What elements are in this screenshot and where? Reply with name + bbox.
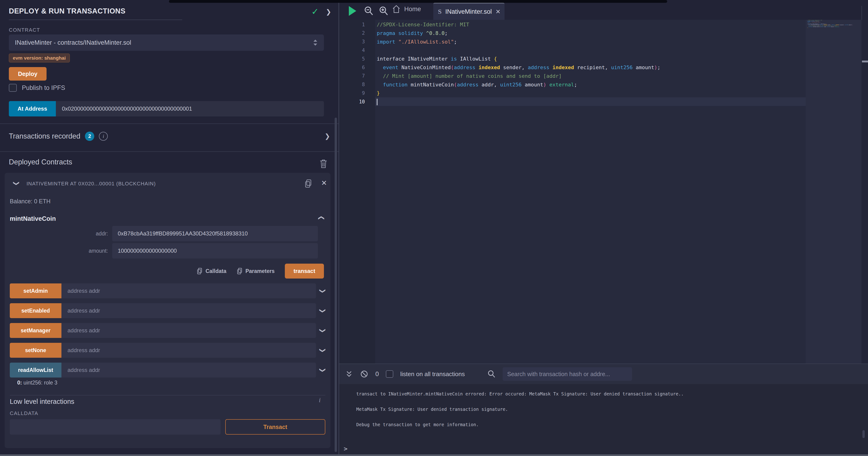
line-number: 5 xyxy=(339,56,375,62)
terminal-scrollbar[interactable] xyxy=(862,430,865,438)
evm-version-badge: evm version: shanghai xyxy=(9,54,70,62)
tab-inativeminter[interactable]: S INativeMinter.sol ✕ xyxy=(433,3,504,20)
terminal-panel: 0 listen on all transactions transact to… xyxy=(339,364,868,456)
publish-ipfs-label: Publish to IPFS xyxy=(22,84,65,91)
addr-input[interactable] xyxy=(112,226,318,241)
setEnabled-input[interactable] xyxy=(61,303,316,318)
overview-ruler[interactable] xyxy=(862,20,868,364)
parameters-action-label: Parameters xyxy=(246,268,275,274)
tab-close-icon[interactable]: ✕ xyxy=(495,8,501,16)
at-address-button[interactable]: At Address xyxy=(9,101,56,116)
code-editor[interactable]: 1//SPDX-License-Identifier: MIT2pragma s… xyxy=(339,20,806,364)
terminal-log-line: transact to INativeMinter.mintNativeCoin… xyxy=(356,391,684,396)
deploy-run-panel: DEPLOY & RUN TRANSACTIONS ✓ ❯ CONTRACT I… xyxy=(0,0,339,456)
overview-cursor-marker xyxy=(862,61,868,62)
transactions-count-badge: 2 xyxy=(85,132,94,141)
line-number: 2 xyxy=(339,30,375,36)
function-row-readAllowList: readAllowList❯ xyxy=(10,363,325,377)
editor-minimap[interactable]: //SPDX-License-Identifier: MITpragma sol… xyxy=(806,20,862,364)
low-level-row: Transact xyxy=(10,419,325,434)
chevron-down-icon[interactable]: ❯ xyxy=(319,308,327,313)
setManager-button[interactable]: setManager xyxy=(10,323,61,338)
transactions-expand-chevron-icon[interactable]: ❯ xyxy=(324,132,330,140)
listen-transactions-label: listen on all transactions xyxy=(400,371,465,378)
text-cursor xyxy=(377,99,377,105)
output-index: 0: xyxy=(17,380,22,386)
low-level-transact-button[interactable]: Transact xyxy=(225,419,325,434)
panel-collapse-chevron-icon[interactable]: ❯ xyxy=(326,8,331,16)
zoom-out-icon[interactable] xyxy=(364,6,374,17)
setEnabled-button[interactable]: setEnabled xyxy=(10,303,61,318)
function-field-row: addr: xyxy=(5,226,318,241)
setNone-button[interactable]: setNone xyxy=(10,343,61,358)
chevron-down-icon[interactable]: ❯ xyxy=(319,328,327,333)
tab-home-label: Home xyxy=(404,6,421,13)
info-icon: i xyxy=(99,132,108,141)
amount-input[interactable] xyxy=(112,243,318,258)
line-number: 9 xyxy=(339,90,375,96)
setNone-input[interactable] xyxy=(61,343,316,358)
instance-balance: Balance: 0 ETH xyxy=(10,198,51,205)
top-notch-bar xyxy=(169,0,667,3)
transactions-recorded-row[interactable]: Transactions recorded 2 i xyxy=(9,131,108,142)
code-text xyxy=(375,97,806,106)
code-line: 7 // Mint [amount] number of native coin… xyxy=(339,72,806,80)
line-number: 10 xyxy=(339,99,375,105)
at-address-input[interactable] xyxy=(56,101,324,116)
transact-button[interactable]: transact xyxy=(285,264,324,279)
solidity-file-icon: S xyxy=(438,8,442,16)
deploy-button[interactable]: Deploy xyxy=(9,67,46,81)
function-row-setManager: setManager❯ xyxy=(10,323,325,338)
contract-label: CONTRACT xyxy=(9,27,40,33)
listen-transactions-checkbox[interactable] xyxy=(386,370,393,378)
panel-title: DEPLOY & RUN TRANSACTIONS xyxy=(9,7,125,16)
terminal-toolbar: 0 listen on all transactions xyxy=(339,364,868,384)
chevron-down-icon[interactable]: ❯ xyxy=(319,288,327,293)
deployed-contract-card: ❯ INATIVEMINTER AT 0X020...00001 (BLOCKC… xyxy=(5,173,331,448)
calldata-input[interactable] xyxy=(10,419,221,434)
search-icon xyxy=(487,370,496,378)
code-line: 3import "./IAllowList.sol"; xyxy=(339,37,806,46)
tab-inativeminter-label: INativeMinter.sol xyxy=(445,8,492,16)
setAdmin-button[interactable]: setAdmin xyxy=(10,283,61,298)
parameters-copy-action[interactable]: Parameters xyxy=(237,267,275,275)
code-text: event NativeCoinMinted(address indexed s… xyxy=(375,63,806,72)
function-row-setAdmin: setAdmin❯ xyxy=(10,283,325,298)
chevron-down-icon[interactable]: ❯ xyxy=(319,368,327,373)
line-number: 3 xyxy=(339,39,375,45)
panel-scrollbar[interactable] xyxy=(335,118,337,452)
terminal-search-input[interactable] xyxy=(503,367,632,381)
publish-ipfs-checkbox[interactable] xyxy=(9,84,17,92)
contract-select[interactable]: INativeMinter - contracts/INativeMinter.… xyxy=(9,34,324,51)
readAllowList-input[interactable] xyxy=(61,363,316,377)
readAllowList-button[interactable]: readAllowList xyxy=(10,363,61,377)
code-text: pragma solidity ^0.8.0; xyxy=(375,29,806,37)
trash-icon[interactable] xyxy=(319,159,328,169)
calldata-label: CALLDATA xyxy=(10,410,38,417)
run-script-play-icon[interactable] xyxy=(349,6,356,16)
tab-home[interactable]: Home xyxy=(392,5,421,13)
editor-area: Home S INativeMinter.sol ✕ 1//SPDX-Licen… xyxy=(339,0,868,364)
horizontal-scrollbar[interactable] xyxy=(0,454,868,456)
code-text: function mintNativeCoin(address addr, ui… xyxy=(375,80,806,89)
terminal-prompt[interactable]: > xyxy=(344,445,347,452)
setManager-input[interactable] xyxy=(61,323,316,338)
setAdmin-input[interactable] xyxy=(61,283,316,298)
code-line: 4 xyxy=(339,46,806,55)
contract-select-value: INativeMinter - contracts/INativeMinter.… xyxy=(15,39,313,46)
remove-instance-icon[interactable]: ✕ xyxy=(321,179,327,187)
chevron-down-icon[interactable]: ❯ xyxy=(319,348,327,353)
code-text xyxy=(375,46,806,55)
at-address-row: At Address xyxy=(9,101,324,116)
zoom-in-icon[interactable] xyxy=(379,6,389,17)
clear-console-icon[interactable] xyxy=(360,370,368,378)
collapse-terminal-icon[interactable] xyxy=(345,370,353,378)
pending-tx-count: 0 xyxy=(375,371,379,378)
info-icon: i xyxy=(319,396,321,404)
instance-collapse-chevron-icon[interactable]: ❯ xyxy=(13,181,20,186)
publish-to-ipfs-row: Publish to IPFS xyxy=(9,84,65,92)
function-collapse-chevron-icon[interactable]: ❯ xyxy=(317,216,324,221)
copy-address-icon[interactable] xyxy=(304,179,312,188)
terminal-log-line: Debug the transaction to get more inform… xyxy=(356,422,479,427)
calldata-copy-action[interactable]: Calldata xyxy=(197,267,226,275)
